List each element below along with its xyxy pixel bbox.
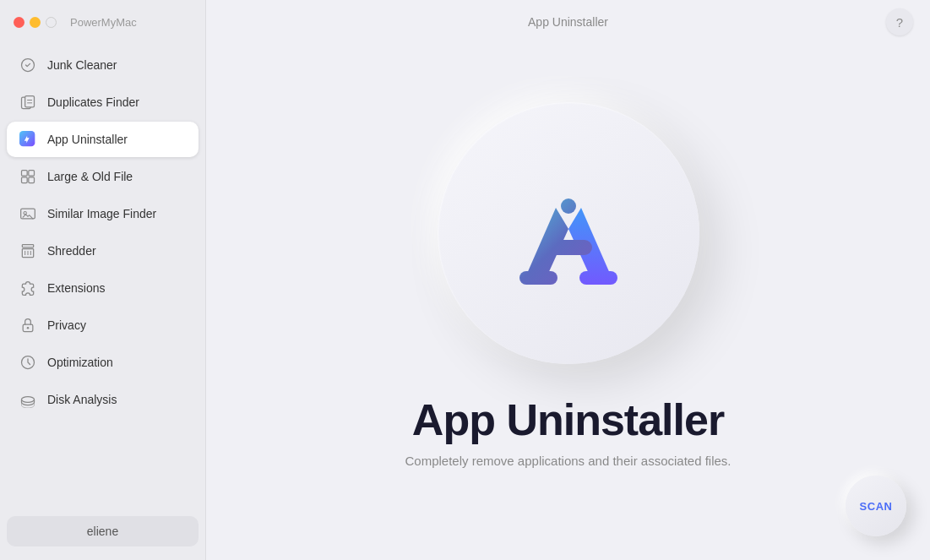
junk-cleaner-label: Junk Cleaner (47, 58, 117, 72)
similar-image-finder-label: Similar Image Finder (47, 207, 156, 220)
sidebar: PowerMyMac Junk Cleaner (0, 0, 206, 560)
traffic-lights (14, 17, 57, 28)
svg-rect-7 (29, 171, 35, 177)
titlebar: PowerMyMac (0, 0, 205, 44)
app-icon-container (438, 102, 699, 364)
main-body: App Uninstaller Completely remove applic… (206, 44, 930, 560)
scan-button[interactable]: SCAN (846, 476, 906, 536)
sidebar-item-large-old-file[interactable]: Large & Old File (7, 159, 199, 194)
svg-rect-23 (579, 271, 617, 285)
app-main-subtitle: Completely remove applications and their… (405, 454, 731, 468)
sidebar-item-privacy[interactable]: Privacy (7, 307, 199, 343)
svg-rect-21 (545, 240, 592, 255)
shredder-label: Shredder (47, 244, 96, 258)
sidebar-item-optimization[interactable]: Optimization (7, 345, 199, 380)
help-button[interactable]: ? (886, 8, 913, 35)
svg-rect-22 (519, 271, 557, 285)
sidebar-item-junk-cleaner[interactable]: Junk Cleaner (7, 47, 199, 83)
sidebar-item-duplicates-finder[interactable]: Duplicates Finder (7, 84, 199, 120)
sidebar-item-app-uninstaller[interactable]: App Uninstaller (7, 122, 199, 157)
scan-button-container: SCAN (846, 476, 906, 536)
sidebar-item-shredder[interactable]: Shredder (7, 233, 199, 269)
svg-point-20 (22, 397, 35, 403)
shredder-icon (19, 242, 37, 260)
extensions-icon (19, 279, 37, 297)
svg-rect-9 (29, 177, 35, 183)
user-badge[interactable]: eliene (7, 516, 199, 546)
disk-analysis-icon (19, 390, 37, 409)
app-uninstaller-main-icon (501, 166, 636, 301)
svg-rect-6 (22, 171, 28, 177)
app-uninstaller-icon (19, 130, 37, 149)
main-header: App Uninstaller ? (206, 0, 930, 44)
duplicates-finder-icon (19, 93, 37, 111)
junk-cleaner-icon (19, 56, 37, 74)
main-content: App Uninstaller ? (206, 0, 930, 560)
minimize-button[interactable] (30, 17, 41, 28)
app-main-title: App Uninstaller (412, 394, 724, 445)
extensions-label: Extensions (47, 281, 105, 295)
app-name: PowerMyMac (70, 16, 137, 29)
svg-point-18 (27, 327, 30, 329)
privacy-label: Privacy (47, 318, 86, 332)
large-old-file-label: Large & Old File (47, 170, 133, 183)
duplicates-finder-label: Duplicates Finder (47, 95, 139, 109)
disk-analysis-label: Disk Analysis (47, 393, 117, 406)
sidebar-item-similar-image-finder[interactable]: Similar Image Finder (7, 196, 199, 231)
privacy-icon (19, 316, 37, 334)
main-header-title: App Uninstaller (528, 15, 608, 29)
app-icon-inner (492, 157, 644, 309)
sidebar-item-disk-analysis[interactable]: Disk Analysis (7, 382, 199, 417)
svg-rect-12 (22, 245, 33, 247)
maximize-button[interactable] (46, 17, 57, 28)
close-button[interactable] (14, 17, 24, 28)
sidebar-footer: eliene (0, 506, 205, 560)
sidebar-item-extensions[interactable]: Extensions (7, 270, 199, 306)
large-old-file-icon (19, 167, 37, 186)
svg-point-11 (24, 212, 26, 215)
svg-rect-2 (25, 96, 35, 107)
svg-point-24 (561, 198, 576, 214)
sidebar-nav: Junk Cleaner Duplicates Finder (0, 44, 205, 506)
svg-rect-8 (22, 177, 28, 183)
optimization-icon (19, 353, 37, 372)
optimization-label: Optimization (47, 356, 113, 369)
app-uninstaller-label: App Uninstaller (47, 133, 128, 146)
similar-image-finder-icon (19, 204, 37, 223)
